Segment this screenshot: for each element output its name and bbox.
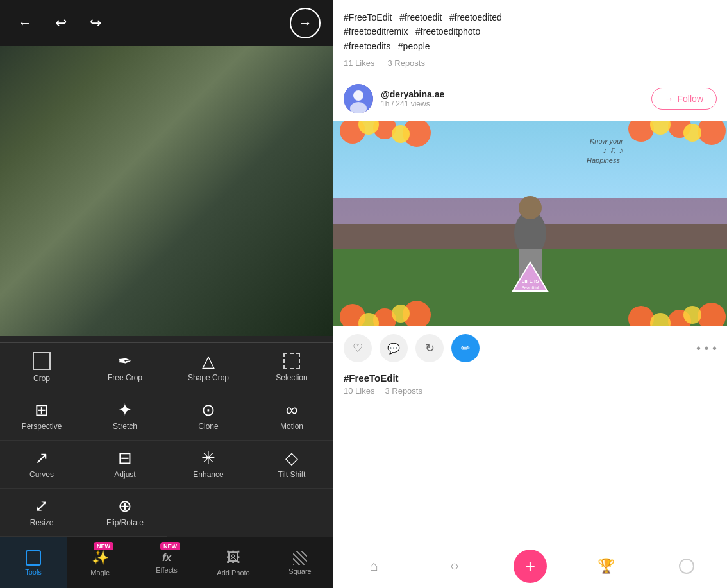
edit-button[interactable]: ✏ (451, 334, 480, 362)
adjust-icon: ⊟ (118, 449, 132, 466)
user-meta: 1h / 241 views (381, 99, 644, 108)
tool-perspective[interactable]: ⊞ Perspective (0, 392, 83, 441)
tools-overlay: Crop ✒ Free Crop △ Shape Crop Selection … (0, 336, 333, 537)
search-icon: ○ (450, 558, 458, 575)
repost-button[interactable]: ↻ (415, 334, 444, 362)
tab-add-photo[interactable]: 🖼 Add Photo (200, 537, 267, 588)
svg-point-25 (683, 306, 701, 324)
tool-free-crop[interactable]: ✒ Free Crop (83, 343, 167, 392)
motion-label: Motion (280, 422, 303, 431)
tool-selection[interactable]: Selection (250, 343, 333, 392)
repost-icon: ↻ (425, 341, 435, 355)
magic-new-badge: NEW (94, 542, 113, 550)
comment-button[interactable]: 💬 (380, 334, 408, 362)
tab-tools[interactable]: Tools (0, 537, 67, 588)
photo-area (0, 46, 333, 336)
free-crop-label: Free Crop (108, 373, 142, 382)
motion-icon: ∞ (286, 401, 298, 418)
tab-magic[interactable]: NEW ✨ Magic (67, 537, 133, 588)
tool-clone[interactable]: ⊙ Clone (167, 392, 250, 441)
edit-icon: ✏ (461, 341, 471, 355)
tool-crop[interactable]: Crop (0, 343, 83, 392)
bottom-tabs: Tools NEW ✨ Magic NEW fx Effects 🖼 Add P… (0, 537, 333, 588)
post1-stats: 11 Likes 3 Reposts (344, 53, 717, 71)
selection-icon (283, 353, 300, 369)
perspective-icon: ⊞ (35, 401, 49, 418)
user-info: @deryabina.ae 1h / 241 views (381, 89, 644, 108)
svg-text:Happiness: Happiness (587, 156, 620, 164)
tool-curves[interactable]: ↗ Curves (0, 441, 83, 489)
svg-text:Know your: Know your (590, 137, 624, 145)
magic-tab-label: Magic (90, 569, 109, 576)
add-photo-tab-icon: 🖼 (226, 550, 240, 566)
post2-stats: 10 Likes 3 Reposts (344, 383, 717, 398)
clone-icon: ⊙ (201, 401, 215, 418)
profile-icon (679, 559, 694, 574)
follow-arrow-icon: → (665, 94, 674, 104)
nav-home[interactable]: ⌂ (333, 553, 414, 580)
stretch-label: Stretch (113, 422, 137, 431)
undo-button[interactable]: ↩ (50, 12, 72, 34)
resize-icon: ⤢ (35, 498, 49, 514)
shape-crop-label: Shape Crop (188, 373, 229, 382)
svg-point-1 (353, 90, 364, 101)
tab-effects[interactable]: NEW fx Effects (133, 537, 200, 588)
magic-tab-icon: ✨ (92, 550, 109, 566)
post2-footer: #FreeToEdit 10 Likes 3 Reposts (333, 370, 727, 403)
tools-tab-icon (26, 550, 41, 566)
tool-motion[interactable]: ∞ Motion (250, 392, 333, 441)
perspective-label: Perspective (22, 422, 62, 431)
effects-new-badge: NEW (160, 542, 180, 550)
username: @deryabina.ae (381, 89, 644, 99)
svg-point-15 (683, 124, 701, 142)
svg-point-23 (392, 305, 410, 323)
follow-label: Follow (678, 94, 703, 104)
nav-profile[interactable] (646, 553, 727, 579)
shape-crop-icon: △ (202, 353, 215, 369)
nav-search[interactable]: ○ (414, 553, 495, 580)
post2-hashtag: #FreeToEdit (344, 373, 717, 383)
bottom-nav: ⌂ ○ + 🏆 (333, 544, 727, 588)
tool-flip-rotate[interactable]: ⊕ Flip/Rotate (83, 489, 167, 537)
tool-tilt-shift[interactable]: ◇ Tilt Shift (250, 441, 333, 489)
post-image-svg: LIFE IS Beautiful ♪ ♫ ♪ Know your Happin… (333, 121, 727, 326)
nav-add[interactable]: + (514, 550, 547, 583)
svg-text:♪ ♫ ♪: ♪ ♫ ♪ (603, 145, 623, 155)
svg-text:Beautiful: Beautiful (521, 285, 539, 290)
post1-likes: 11 Likes (344, 58, 374, 68)
square-tab-icon (293, 551, 307, 565)
right-panel: #FreeToEdit #freetoedit #freetoedited #f… (333, 0, 727, 588)
post2-likes: 10 Likes (344, 386, 374, 396)
svg-point-13 (392, 125, 410, 143)
svg-point-27 (519, 196, 542, 219)
add-icon: + (525, 556, 535, 576)
nav-center-wrap: + (495, 550, 565, 583)
tool-stretch[interactable]: ✦ Stretch (83, 392, 167, 441)
nav-trophy[interactable]: 🏆 (565, 553, 646, 580)
forward-button[interactable]: → (290, 8, 321, 38)
tool-adjust[interactable]: ⊟ Adjust (83, 441, 167, 489)
tool-shape-crop[interactable]: △ Shape Crop (167, 343, 250, 392)
home-icon: ⌂ (369, 558, 378, 575)
follow-button[interactable]: → Follow (651, 88, 717, 110)
post1-hashtags: #FreeToEdit #freetoedit #freetoedited #f… (344, 10, 717, 53)
tilt-shift-label: Tilt Shift (278, 470, 306, 479)
like-button[interactable]: ♡ (344, 334, 372, 362)
selection-label: Selection (276, 373, 307, 382)
photo-background (0, 46, 333, 336)
left-panel: ← ↩ ↪ → Crop ✒ Free Crop △ Shape Crop (0, 0, 333, 588)
svg-text:LIFE IS: LIFE IS (521, 278, 539, 284)
effects-tab-label: Effects (156, 566, 177, 574)
crop-icon (33, 352, 51, 370)
stretch-icon: ✦ (118, 401, 132, 418)
curves-label: Curves (29, 470, 54, 479)
more-button[interactable]: • • • (696, 341, 717, 356)
tool-resize[interactable]: ⤢ Resize (0, 489, 83, 537)
curves-icon: ↗ (35, 449, 49, 466)
action-row: ♡ 💬 ↻ ✏ • • • (333, 326, 727, 370)
back-button[interactable]: ← (13, 12, 37, 34)
tool-enhance[interactable]: ✳ Enhance (167, 441, 250, 489)
resize-label: Resize (30, 518, 54, 527)
tab-square[interactable]: Square (267, 537, 333, 588)
redo-button[interactable]: ↪ (85, 12, 106, 34)
